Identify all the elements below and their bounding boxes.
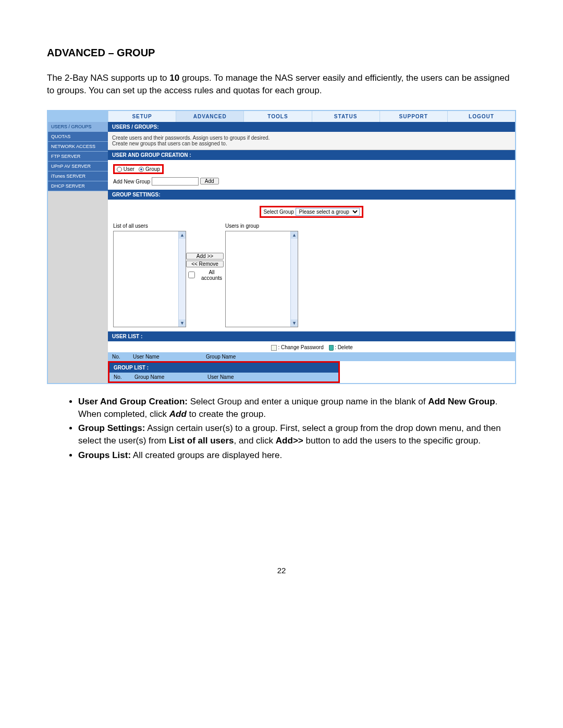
desc-line-1: Create users and their passwords. Assign… [112, 135, 511, 141]
group-settings-body: Select Group Please select a group List … [108, 200, 515, 331]
col-username: User Name [133, 354, 206, 360]
group-settings-header: GROUP SETTINGS: [108, 190, 515, 200]
intro-paragraph: The 2-Bay NAS supports up to 10 groups. … [47, 72, 516, 97]
col-groupname: Group Name [206, 354, 236, 360]
scroll-up-icon[interactable]: ▲ [291, 231, 298, 239]
list-all-users-label: List of all users [113, 223, 186, 229]
col-groupname: Group Name [134, 374, 207, 380]
b3-t2: All created groups are displayed here. [131, 450, 282, 460]
all-accounts-row: All accounts [186, 269, 225, 281]
select-group-label: Select Group [263, 209, 293, 215]
all-accounts-checkbox[interactable] [188, 272, 195, 278]
scroll-down-icon[interactable]: ▼ [179, 319, 186, 327]
select-group-dropdown[interactable]: Please select a group [296, 208, 360, 216]
scroll-down-icon[interactable]: ▼ [291, 319, 298, 327]
intro-text: The 2-Bay NAS supports up to [47, 73, 169, 83]
nav-spacer [48, 111, 108, 122]
tab-setup[interactable]: SETUP [108, 111, 176, 122]
remove-from-group-button[interactable]: << Remove [186, 261, 224, 267]
col-no: No. [114, 374, 134, 380]
sidebar-item-network-access[interactable]: NETWORK ACCESS [48, 142, 108, 152]
sidebar-item-itunes-server[interactable]: iTunes SERVER [48, 171, 108, 181]
scrollbar[interactable]: ▲ ▼ [178, 231, 186, 327]
tab-advanced[interactable]: ADVANCED [176, 111, 243, 122]
b1-t5: Add [169, 409, 187, 419]
add-new-group-label: Add New Group [113, 178, 150, 184]
user-list-columns: No. User Name Group Name [108, 352, 515, 361]
b3-title: Groups List: [78, 450, 131, 460]
b2-t3: List of all users [169, 436, 234, 446]
sidebar-item-ftp-server[interactable]: FTP SERVER [48, 152, 108, 162]
add-to-group-button[interactable]: Add >> [186, 253, 224, 260]
add-new-group-input[interactable] [152, 177, 199, 186]
col-no: No. [112, 354, 133, 360]
creation-body: User Group Add New Group Add [108, 160, 515, 190]
change-password-icon [271, 345, 277, 351]
scrollbar[interactable]: ▲ ▼ [290, 231, 298, 327]
group-radio[interactable] [139, 167, 144, 172]
content-area: USERS / GROUPS: Create users and their p… [108, 122, 515, 383]
all-accounts-label: All accounts [198, 269, 225, 281]
users-groups-desc: Create users and their passwords. Assign… [108, 132, 515, 150]
user-list-legend: : Change Password : Delete [108, 341, 515, 352]
top-nav: SETUP ADVANCED TOOLS STATUS SUPPORT LOGO… [48, 111, 515, 122]
intro-bold: 10 [169, 73, 179, 83]
b1-t2: Select Group and enter a unique group na… [188, 397, 428, 406]
description-bullets: User And Group Creation: Select Group an… [47, 396, 516, 462]
bullet-3: Groups List: All created groups are disp… [78, 449, 516, 462]
b1-t6: to create the group. [187, 409, 266, 419]
select-group-highlight: Select Group Please select a group [260, 206, 363, 218]
sidebar-item-dhcp-server[interactable]: DHCP SERVER [48, 181, 108, 191]
col-username: User Name [207, 374, 234, 380]
b2-t6: button to add the users to the specific … [303, 436, 481, 446]
users-in-group-listbox[interactable]: ▲ ▼ [225, 231, 298, 327]
group-radio-label: Group [145, 166, 160, 172]
b2-t4: , and click [234, 436, 276, 446]
delete-label: : Delete [335, 344, 352, 350]
users-in-group-column: Users in group ▲ ▼ [225, 223, 298, 327]
group-list-header: GROUP LIST : [109, 363, 338, 373]
b2-t5: Add>> [276, 436, 303, 446]
user-radio-label: User [124, 166, 134, 172]
b2-title: Group Settings: [78, 423, 145, 433]
sidebar-item-quotas[interactable]: QUOTAS [48, 132, 108, 142]
scroll-up-icon[interactable]: ▲ [179, 231, 186, 239]
all-users-column: List of all users ▲ ▼ [113, 223, 186, 327]
delete-icon [329, 345, 334, 351]
sidebar-item-users-groups[interactable]: USERS / GROUPS [48, 122, 108, 132]
desc-line-2: Create new groups that users can be assi… [112, 141, 511, 146]
sidebar-item-upnp-av-server[interactable]: UPnP AV SERVER [48, 162, 108, 171]
app-screenshot: SETUP ADVANCED TOOLS STATUS SUPPORT LOGO… [47, 110, 516, 384]
sidebar: USERS / GROUPS QUOTAS NETWORK ACCESS FTP… [48, 122, 108, 383]
add-button[interactable]: Add [200, 178, 219, 184]
tab-support[interactable]: SUPPORT [380, 111, 447, 122]
b1-title: User And Group Creation: [78, 397, 188, 406]
page-heading: ADVANCED – GROUP [47, 47, 516, 59]
bullet-1: User And Group Creation: Select Group an… [78, 396, 516, 421]
transfer-buttons: Add >> << Remove All accounts [186, 223, 225, 327]
creation-header: USER AND GROUP CREATION : [108, 150, 515, 160]
users-in-group-label: Users in group [225, 223, 298, 229]
page-number: 22 [47, 566, 516, 575]
users-groups-header: USERS / GROUPS: [108, 122, 515, 132]
bullet-2: Group Settings: Assign certain user(s) t… [78, 422, 516, 447]
tab-status[interactable]: STATUS [312, 111, 380, 122]
tab-logout[interactable]: LOGOUT [447, 111, 515, 122]
group-list-highlight: GROUP LIST : No. Group Name User Name [108, 361, 340, 383]
b1-t3: Add New Group [428, 397, 495, 406]
user-list-header: USER LIST : [108, 331, 515, 341]
user-group-radio-highlight: User Group [113, 164, 164, 174]
all-users-listbox[interactable]: ▲ ▼ [113, 231, 186, 327]
change-password-label: : Change Password [278, 344, 323, 350]
tab-tools[interactable]: TOOLS [243, 111, 311, 122]
group-list-columns: No. Group Name User Name [109, 373, 338, 381]
user-radio[interactable] [117, 167, 122, 172]
